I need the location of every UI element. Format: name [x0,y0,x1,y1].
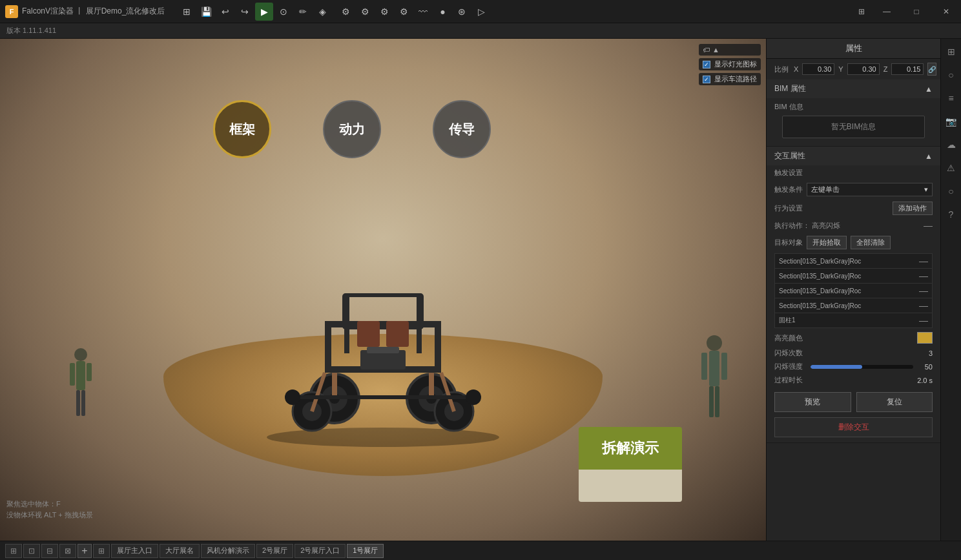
add-scene-tab-button[interactable]: + [78,544,92,558]
flash-count-label: 闪烁次数 [774,348,803,358]
toolbar-ring-icon[interactable]: ⊛ [453,3,471,21]
far-right-help-icon[interactable]: ? [944,207,959,222]
far-right-panel: ⊞ ○ ≡ 📷 ☁ ⚠ ○ ? [940,39,961,541]
target-item-0[interactable]: Section[0135_DarkGray]Roc — [774,253,933,268]
toolbar-play-icon[interactable]: ▶ [255,3,273,21]
toolbar-shape-icon[interactable]: ◈ [313,3,331,21]
scene-tab-2[interactable]: 风机分解演示 [201,544,255,558]
minimize-button[interactable]: — [872,0,902,23]
toolbar-gear1-icon[interactable]: ⚙ [336,3,355,21]
far-right-circle-icon[interactable]: ○ [944,183,959,199]
show-light-label: 显示灯光图标 [714,59,757,69]
close-button[interactable]: ✕ [931,0,961,23]
app-title: FalconV渲染器 丨 展厅Demo_流化修改后 [22,6,165,17]
bottom-tool-3[interactable]: ⊟ [41,544,58,558]
reset-button[interactable]: 复位 [856,392,933,412]
bim-no-info: 暂无BIM信息 [782,116,925,138]
maximize-button[interactable]: □ [902,0,931,23]
pick-target-button[interactable]: 开始拾取 [807,236,847,249]
label-chuandao[interactable]: 传导 [433,100,491,158]
remove-target-2[interactable]: — [919,285,928,296]
label-jiajia[interactable]: 框架 [213,100,271,158]
remove-target-1[interactable]: — [919,271,928,281]
target-item-3[interactable]: Section[0135_DarkGray]Roc — [774,298,933,313]
remove-target-4[interactable]: — [919,315,928,326]
grid-view-icon[interactable]: ⊞ [852,3,871,21]
info-sign[interactable]: 拆解演示 [579,427,682,502]
svg-rect-25 [367,347,399,353]
bottom-tool-4[interactable]: ⊠ [59,544,76,558]
svg-rect-37 [709,351,719,386]
remove-target-0[interactable]: — [919,256,928,266]
flash-intensity-row: 闪烁强度 50 [767,360,940,373]
toolbar-undo-icon[interactable]: ↩ [216,3,234,21]
overlay-toggle[interactable]: 🏷 ▲ [699,44,761,56]
scene-tab-5[interactable]: 1号展厅 [347,544,384,558]
add-action-button[interactable]: 添加动作 [893,202,933,215]
interactive-section-content: 触发设置 触发条件 左键单击 ▾ 行为设置 添加动作 执行动作： 高亮闪烁 [767,165,940,437]
show-path-label: 显示车流路径 [714,74,757,84]
toolbar-wave-icon[interactable]: 〰 [414,3,432,21]
action-buttons: 预览 复位 [767,387,940,417]
version-text: 版本 1.11.1.411 [6,26,56,36]
flash-intensity-track[interactable] [811,365,913,369]
bim-section-header[interactable]: BIM 属性 ▲ [767,79,940,98]
toolbar-gear2-icon[interactable]: ⚙ [356,3,374,21]
target-item-2[interactable]: Section[0135_DarkGray]Roc — [774,283,933,298]
show-light-row[interactable]: ✓ 显示灯光图标 [699,58,761,70]
label-dongli[interactable]: 动力 [323,100,381,158]
scale-lock-icon[interactable]: 🔗 [927,63,936,76]
trigger-condition-value[interactable]: 左键单击 ▾ [807,183,933,196]
bottom-tool-2[interactable]: ⊡ [23,544,40,558]
target-item-1[interactable]: Section[0135_DarkGray]Roc — [774,268,933,283]
far-right-transform-icon[interactable]: ○ [944,67,959,83]
toolbar-play2-icon[interactable]: ▷ [472,3,490,21]
exec-action-label: 执行动作： 高亮闪烁 [774,221,840,231]
far-right-cloud-icon[interactable]: ☁ [944,137,959,152]
bottom-tool-5[interactable]: ⊞ [93,544,110,558]
far-right-list-icon[interactable]: ≡ [944,90,959,106]
trigger-condition-row: 触发条件 左键单击 ▾ [767,180,940,199]
toolbar-save-icon[interactable]: 💾 [197,3,215,21]
show-path-checkbox[interactable]: ✓ [703,76,710,83]
far-right-camera-icon[interactable]: 📷 [944,114,959,129]
right-panel: 属性 比例 X Y Z 🔗 BIM 属性 ▲ BIM 信息 暂无BIM信息 [766,39,940,541]
remove-action-button[interactable]: — [924,220,933,231]
toolbar-pen-icon[interactable]: ✏ [294,3,312,21]
toolbar-dot-icon[interactable]: ● [433,3,451,21]
clear-targets-button[interactable]: 全部清除 [851,236,891,249]
scene-tab-0[interactable]: 展厅主入口 [111,544,158,558]
toolbar-scene-icon[interactable]: ⊞ [178,3,196,21]
svg-point-28 [285,389,300,405]
delete-button[interactable]: 删除交互 [774,417,933,437]
scale-z-input[interactable] [891,63,924,75]
highlight-label: 高亮颜色 [774,333,803,343]
bim-info-label: BIM 信息 [774,102,933,112]
toolbar-target-icon[interactable]: ⊙ [274,3,293,21]
highlight-color-swatch[interactable] [917,332,933,344]
remove-target-3[interactable]: — [919,300,928,311]
viewport-overlays: 🏷 ▲ ✓ 显示灯光图标 ✓ 显示车流路径 [699,44,761,85]
target-label: 目标对象 [774,238,803,247]
toolbar-redo-icon[interactable]: ↪ [236,3,254,21]
toolbar-gear4-icon[interactable]: ⚙ [395,3,413,21]
scene-tab-3[interactable]: 2号展厅 [256,544,293,558]
toolbar-gear3-icon[interactable]: ⚙ [375,3,393,21]
far-right-warning-icon[interactable]: ⚠ [944,160,959,176]
far-right-layers-icon[interactable]: ⊞ [944,44,959,59]
preview-button[interactable]: 预览 [774,392,851,412]
vehicle-svg [260,269,506,450]
show-path-row[interactable]: ✓ 显示车流路径 [699,73,761,85]
bottom-tool-1[interactable]: ⊞ [5,544,22,558]
viewport[interactable]: 框架 动力 传导 [0,39,766,541]
scene-tab-1[interactable]: 大厅展名 [160,544,200,558]
show-light-checkbox[interactable]: ✓ [703,61,710,68]
svg-rect-7 [417,295,422,353]
scale-x-input[interactable] [802,63,834,75]
person-right [695,334,734,424]
scene-tab-4[interactable]: 2号展厅入口 [294,544,346,558]
target-item-4[interactable]: 固柱1 — [774,313,933,328]
interactive-section-header[interactable]: 交互属性 ▲ [767,147,940,165]
scale-y-input[interactable] [847,63,880,75]
scale-row: 比例 X Y Z 🔗 [767,59,940,79]
